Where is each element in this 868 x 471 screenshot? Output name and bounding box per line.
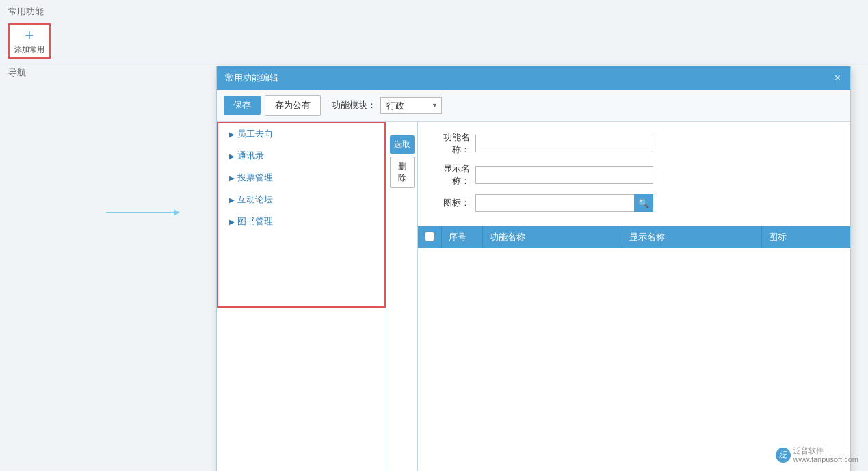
modal-overlay: 常用功能编辑 × 保存 存为公有 功能模块： 行政 人事 财务 采购 — [0, 0, 868, 471]
tree-item-4[interactable]: ▶ 互动论坛 — [218, 189, 384, 211]
tree-arrow-2: ▶ — [229, 152, 235, 160]
tree-item-label-1: 员工去向 — [237, 128, 273, 140]
table-header-icon: 图标 — [761, 226, 850, 248]
watermark-line2: www.fanpusoft.com — [793, 455, 858, 464]
tree-item-5[interactable]: ▶ 图书管理 — [218, 211, 384, 232]
middle-buttons: 选取 删除 — [386, 122, 418, 471]
table-area: 序号 功能名称 显示名称 图标 — [418, 226, 850, 471]
func-name-row: 功能名称： — [429, 131, 839, 156]
tree-item-3[interactable]: ▶ 投票管理 — [218, 167, 384, 189]
save-public-button[interactable]: 存为公有 — [265, 95, 321, 116]
tree-item-label-5: 图书管理 — [237, 215, 273, 228]
func-name-input[interactable] — [475, 135, 653, 152]
icon-input-wrapper: 🔍 — [475, 194, 653, 212]
watermark-line1: 泛普软件 — [793, 446, 858, 455]
left-panel: ▶ 员工去向 ▶ 通讯录 ▶ 投票管理 ▶ 互动 — [217, 122, 386, 471]
page-background: 常用功能 + 添加常用 导航 常用功能编辑 × 保存 存为公有 功能模块： — [0, 0, 868, 471]
table-header-checkbox — [418, 226, 442, 248]
icon-search-button[interactable]: 🔍 — [634, 194, 653, 212]
watermark-icon-text: 泛 — [779, 449, 787, 461]
icon-input[interactable] — [475, 194, 653, 212]
watermark-text: 泛普软件 www.fanpusoft.com — [793, 446, 858, 464]
display-name-input[interactable] — [475, 166, 653, 184]
tree-item-label-4: 互动论坛 — [237, 193, 273, 206]
watermark: 泛 泛普软件 www.fanpusoft.com — [776, 446, 858, 464]
tree-arrow-1: ▶ — [229, 131, 235, 138]
tree-item-1[interactable]: ▶ 员工去向 — [218, 123, 384, 145]
module-select[interactable]: 行政 人事 财务 采购 — [380, 97, 442, 114]
watermark-icon: 泛 — [776, 448, 791, 463]
tree-arrow-3: ▶ — [229, 174, 235, 182]
tree-arrow-5: ▶ — [229, 218, 235, 226]
select-all-checkbox[interactable] — [425, 232, 434, 241]
tree-item-label-2: 通讯录 — [237, 150, 264, 162]
select-button[interactable]: 选取 — [390, 135, 415, 154]
delete-button[interactable]: 删除 — [390, 157, 415, 188]
table-header-display-name: 显示名称 — [622, 226, 761, 248]
form-area: 功能名称： 显示名称： 图标： 🔍 — [418, 122, 850, 226]
modal-dialog: 常用功能编辑 × 保存 存为公有 功能模块： 行政 人事 财务 采购 — [216, 66, 851, 471]
table-header-func-name: 功能名称 — [483, 226, 622, 248]
display-name-row: 显示名称： — [429, 163, 839, 187]
save-button[interactable]: 保存 — [224, 96, 261, 115]
table-header-num: 序号 — [442, 226, 483, 248]
tree-item-2[interactable]: ▶ 通讯录 — [218, 145, 384, 167]
tree-lower-area — [217, 308, 386, 472]
tree-arrow-4: ▶ — [229, 196, 235, 204]
display-name-label: 显示名称： — [429, 163, 470, 187]
module-label: 功能模块： — [332, 99, 376, 111]
icon-row: 图标： 🔍 — [429, 194, 839, 212]
table-header-row: 序号 功能名称 显示名称 图标 — [418, 226, 850, 248]
func-name-label: 功能名称： — [429, 131, 470, 156]
modal-body: ▶ 员工去向 ▶ 通讯录 ▶ 投票管理 ▶ 互动 — [217, 122, 850, 471]
right-panel: 功能名称： 显示名称： 图标： 🔍 — [418, 122, 850, 471]
data-table: 序号 功能名称 显示名称 图标 — [418, 226, 850, 248]
tree-item-label-3: 投票管理 — [237, 172, 273, 184]
icon-label: 图标： — [429, 197, 470, 209]
modal-header: 常用功能编辑 × — [217, 66, 850, 90]
modal-close-button[interactable]: × — [833, 72, 842, 83]
search-icon: 🔍 — [638, 198, 649, 208]
modal-title: 常用功能编辑 — [225, 72, 278, 84]
modal-toolbar: 保存 存为公有 功能模块： 行政 人事 财务 采购 — [217, 90, 850, 122]
module-select-wrapper: 行政 人事 财务 采购 — [380, 97, 442, 114]
tree-area: ▶ 员工去向 ▶ 通讯录 ▶ 投票管理 ▶ 互动 — [217, 122, 386, 308]
